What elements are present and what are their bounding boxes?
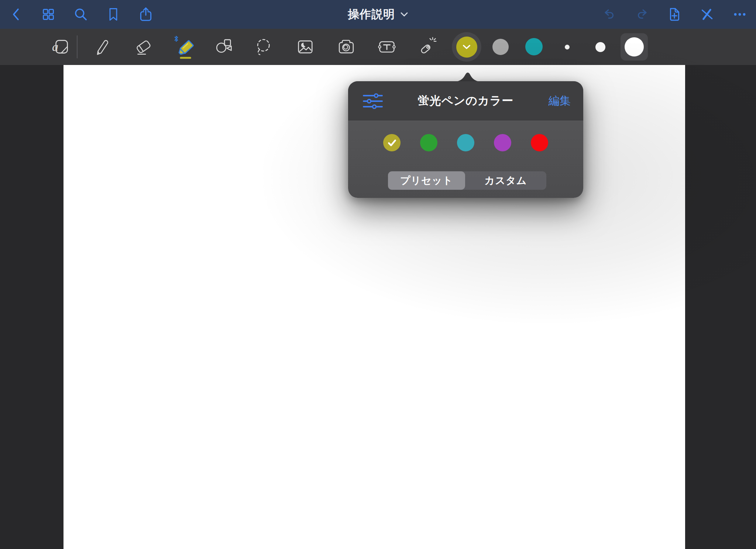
undo-button[interactable] bbox=[597, 0, 623, 29]
stylus-crossed-icon bbox=[699, 7, 715, 22]
segment-custom[interactable]: カスタム bbox=[465, 171, 546, 190]
text-tool[interactable] bbox=[371, 29, 402, 65]
eraser-tool[interactable] bbox=[128, 29, 159, 65]
color-swatch-gray[interactable] bbox=[492, 39, 509, 55]
preset-custom-segmented-control: プリセット カスタム bbox=[388, 171, 546, 190]
zoom-window-icon: a bbox=[51, 37, 71, 57]
add-page-icon bbox=[667, 6, 682, 23]
redo-icon bbox=[634, 7, 649, 22]
popover-header: 蛍光ペンのカラー 編集 bbox=[348, 81, 583, 120]
pen-tool[interactable] bbox=[87, 29, 118, 65]
popover-swatch-teal[interactable] bbox=[457, 134, 474, 151]
zoom-window-tool[interactable]: a bbox=[45, 29, 76, 65]
highlighter-tool-selected[interactable] bbox=[169, 29, 200, 65]
bluetooth-icon bbox=[173, 35, 179, 43]
camera-tool[interactable] bbox=[331, 29, 362, 65]
camera-icon bbox=[336, 37, 357, 57]
lasso-tool[interactable] bbox=[249, 29, 280, 65]
title-chevron-down-icon bbox=[400, 12, 408, 17]
laser-pointer-icon bbox=[416, 37, 438, 57]
undo-icon bbox=[602, 7, 617, 22]
add-page-button[interactable] bbox=[662, 0, 687, 29]
highlighter-color-popover: 蛍光ペンのカラー 編集 プリセット カスタム bbox=[348, 71, 583, 198]
thickness-small[interactable] bbox=[565, 45, 570, 49]
more-button[interactable] bbox=[727, 0, 753, 29]
thickness-large-selected[interactable] bbox=[621, 33, 648, 61]
chevron-down-icon bbox=[463, 45, 471, 49]
top-nav-bar: 操作説明 bbox=[0, 0, 756, 29]
stylus-toggle-button[interactable] bbox=[694, 0, 720, 29]
laser-pointer-tool[interactable] bbox=[412, 29, 443, 65]
edit-button[interactable]: 編集 bbox=[549, 81, 571, 120]
popover-title: 蛍光ペンのカラー bbox=[348, 81, 583, 120]
shapes-tool[interactable] bbox=[208, 29, 239, 65]
color-swatch-yellow bbox=[456, 37, 477, 58]
thickness-medium[interactable] bbox=[595, 42, 605, 52]
check-icon bbox=[388, 139, 396, 147]
text-icon bbox=[377, 37, 397, 57]
popover-swatch-purple[interactable] bbox=[494, 134, 511, 151]
image-icon bbox=[295, 37, 316, 57]
shapes-icon bbox=[213, 37, 234, 57]
eraser-icon bbox=[134, 37, 154, 57]
segment-preset[interactable]: プリセット bbox=[388, 171, 465, 190]
svg-text:a: a bbox=[52, 40, 58, 54]
popover-arrow bbox=[451, 71, 484, 82]
popover-swatch-yellow-selected[interactable] bbox=[383, 134, 401, 151]
image-tool[interactable] bbox=[290, 29, 321, 65]
popover-body: 蛍光ペンのカラー 編集 プリセット カスタム bbox=[348, 81, 583, 198]
redo-button[interactable] bbox=[629, 0, 654, 29]
thickness-large-dot bbox=[625, 37, 644, 56]
toolbar-divider bbox=[77, 35, 78, 58]
lasso-icon bbox=[254, 37, 275, 57]
pen-icon bbox=[93, 37, 113, 57]
tool-bar: a bbox=[0, 29, 756, 65]
color-swatch-teal[interactable] bbox=[525, 38, 543, 55]
goodnotes-app: 操作説明 bbox=[0, 0, 756, 549]
popover-swatch-red[interactable] bbox=[531, 134, 548, 151]
color-swatch-selected[interactable] bbox=[452, 32, 481, 62]
more-ellipsis-icon bbox=[732, 7, 747, 22]
document-title: 操作説明 bbox=[348, 7, 395, 22]
popover-swatch-green[interactable] bbox=[420, 134, 437, 151]
